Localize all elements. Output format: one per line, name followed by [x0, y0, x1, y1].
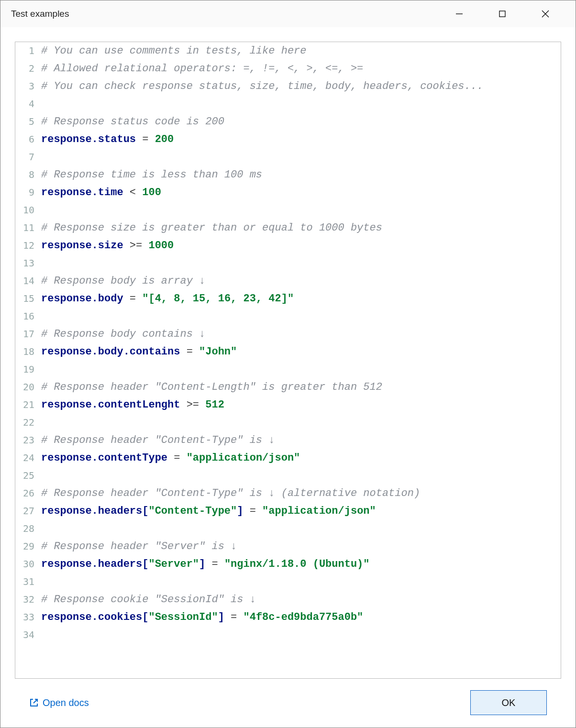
- code-line[interactable]: 24response.contentType = "application/js…: [15, 449, 561, 467]
- code-line[interactable]: 31: [15, 573, 561, 591]
- svg-line-4: [33, 699, 37, 703]
- line-number: 26: [15, 485, 39, 502]
- minimize-icon: [455, 10, 464, 18]
- window-title: Test examples: [11, 9, 69, 19]
- code-text: response.body = "[4, 8, 15, 16, 23, 42]": [39, 290, 294, 308]
- code-line[interactable]: 9response.time < 100: [15, 184, 561, 201]
- code-line[interactable]: 3# You can check response status, size, …: [15, 77, 561, 95]
- line-number: 27: [15, 502, 39, 520]
- code-text: # Response body is array ↓: [39, 272, 205, 290]
- line-number: 9: [15, 184, 39, 201]
- line-number: 34: [15, 626, 39, 644]
- code-text: # Response time is less than 100 ms: [39, 166, 262, 184]
- code-text: [39, 308, 47, 325]
- open-docs-label: Open docs: [43, 697, 89, 708]
- code-line[interactable]: 8# Response time is less than 100 ms: [15, 166, 561, 184]
- code-line[interactable]: 30response.headers["Server"] = "nginx/1.…: [15, 555, 561, 573]
- code-line[interactable]: 18response.body.contains = "John": [15, 343, 561, 361]
- code-line[interactable]: 15response.body = "[4, 8, 15, 16, 23, 42…: [15, 290, 561, 308]
- line-number: 31: [15, 573, 39, 591]
- code-line[interactable]: 32# Response cookie "SessionId" is ↓: [15, 591, 561, 608]
- code-text: response.body.contains = "John": [39, 343, 237, 361]
- code-text: [39, 361, 47, 378]
- code-line[interactable]: 10: [15, 201, 561, 219]
- code-line[interactable]: 12response.size >= 1000: [15, 237, 561, 254]
- code-line[interactable]: 13: [15, 254, 561, 272]
- code-text: [39, 95, 47, 113]
- code-text: response.time < 100: [39, 184, 161, 201]
- code-line[interactable]: 19: [15, 361, 561, 378]
- code-text: # Response cookie "SessionId" is ↓: [39, 591, 256, 608]
- code-text: response.status = 200: [39, 131, 174, 148]
- line-number: 33: [15, 608, 39, 626]
- line-number: 17: [15, 325, 39, 343]
- code-line[interactable]: 20# Response header "Content-Length" is …: [15, 378, 561, 396]
- close-button[interactable]: [524, 0, 567, 27]
- code-text: # Response header "Server" is ↓: [39, 538, 237, 555]
- code-text: [39, 467, 47, 485]
- code-text: # Response header "Content-Length" is gr…: [39, 378, 382, 396]
- code-editor[interactable]: 1# You can use comments in tests, like h…: [15, 42, 561, 679]
- code-line[interactable]: 29# Response header "Server" is ↓: [15, 538, 561, 555]
- line-number: 3: [15, 77, 39, 95]
- line-number: 11: [15, 219, 39, 237]
- code-line[interactable]: 22: [15, 414, 561, 431]
- line-number: 10: [15, 201, 39, 219]
- code-line[interactable]: 27response.headers["Content-Type"] = "ap…: [15, 502, 561, 520]
- code-text: # Response header "Content-Type" is ↓ (a…: [39, 485, 420, 502]
- code-line[interactable]: 4: [15, 95, 561, 113]
- ok-button[interactable]: OK: [470, 690, 547, 715]
- code-text: # Response header "Content-Type" is ↓: [39, 431, 275, 449]
- line-number: 4: [15, 95, 39, 113]
- content-area: 1# You can use comments in tests, like h…: [0, 27, 576, 728]
- svg-rect-1: [499, 11, 505, 17]
- code-text: # You can use comments in tests, like he…: [39, 42, 307, 60]
- code-line[interactable]: 14# Response body is array ↓: [15, 272, 561, 290]
- code-line[interactable]: 25: [15, 467, 561, 485]
- line-number: 7: [15, 148, 39, 166]
- code-text: [39, 254, 47, 272]
- code-line[interactable]: 21response.contentLenght >= 512: [15, 396, 561, 414]
- minimize-button[interactable]: [438, 0, 481, 27]
- line-number: 22: [15, 414, 39, 431]
- code-line[interactable]: 2# Allowed relational operators: =, !=, …: [15, 60, 561, 77]
- code-text: response.headers["Content-Type"] = "appl…: [39, 502, 376, 520]
- code-text: response.headers["Server"] = "nginx/1.18…: [39, 555, 370, 573]
- code-text: [39, 573, 47, 591]
- line-number: 14: [15, 272, 39, 290]
- code-line[interactable]: 1# You can use comments in tests, like h…: [15, 42, 561, 60]
- code-line[interactable]: 23# Response header "Content-Type" is ↓: [15, 431, 561, 449]
- line-number: 18: [15, 343, 39, 361]
- code-line[interactable]: 34: [15, 626, 561, 644]
- code-line[interactable]: 11# Response size is greater than or equ…: [15, 219, 561, 237]
- code-line[interactable]: 6response.status = 200: [15, 131, 561, 148]
- line-number: 23: [15, 431, 39, 449]
- code-text: response.contentLenght >= 512: [39, 396, 224, 414]
- maximize-button[interactable]: [481, 0, 524, 27]
- code-text: # Allowed relational operators: =, !=, <…: [39, 60, 363, 77]
- line-number: 21: [15, 396, 39, 414]
- code-text: # Response body contains ↓: [39, 325, 205, 343]
- code-line[interactable]: 17# Response body contains ↓: [15, 325, 561, 343]
- maximize-icon: [498, 10, 506, 18]
- open-docs-link[interactable]: Open docs: [29, 697, 89, 708]
- line-number: 2: [15, 60, 39, 77]
- code-line[interactable]: 26# Response header "Content-Type" is ↓ …: [15, 485, 561, 502]
- window-controls: [438, 0, 567, 27]
- code-line[interactable]: 5# Response status code is 200: [15, 113, 561, 131]
- line-number: 32: [15, 591, 39, 608]
- line-number: 5: [15, 113, 39, 131]
- code-text: [39, 626, 47, 644]
- line-number: 20: [15, 378, 39, 396]
- code-line[interactable]: 16: [15, 308, 561, 325]
- line-number: 19: [15, 361, 39, 378]
- code-line[interactable]: 33response.cookies["SessionId"] = "4f8c-…: [15, 608, 561, 626]
- line-number: 15: [15, 290, 39, 308]
- code-line[interactable]: 28: [15, 520, 561, 538]
- code-text: response.cookies["SessionId"] = "4f8c-ed…: [39, 608, 363, 626]
- line-number: 29: [15, 538, 39, 555]
- code-line[interactable]: 7: [15, 148, 561, 166]
- external-link-icon: [29, 698, 39, 707]
- line-number: 12: [15, 237, 39, 254]
- titlebar: Test examples: [0, 0, 576, 27]
